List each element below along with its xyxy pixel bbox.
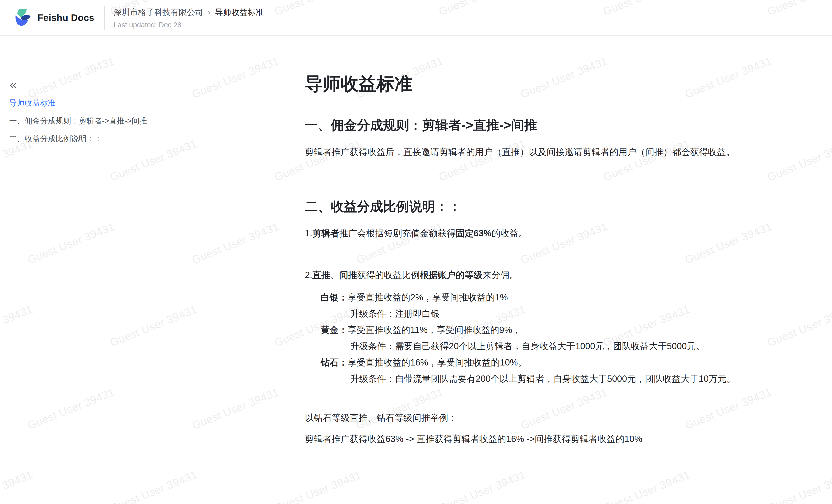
section2-heading: 二、收益分成比例说明：： <box>305 198 777 215</box>
app-header: Feishu Docs 深圳市格子科技有限公司 › 导师收益标准 Last up… <box>0 0 832 36</box>
list-marker: 1. <box>305 228 312 238</box>
level-name: 黄金： <box>321 325 347 335</box>
level-condition-row-1: 升级条件：注册即白银 <box>321 306 777 322</box>
breadcrumb-org-link[interactable]: 深圳市格子科技有限公司 <box>113 7 203 18</box>
feishu-logo-icon[interactable] <box>12 8 32 27</box>
outline-sidebar: « 导师收益标准一、佣金分成规则：剪辑者->直推->间推二、收益分成比例说明：： <box>0 36 305 504</box>
section1-heading: 一、佣金分成规则：剪辑者->直推->间推 <box>305 117 777 134</box>
brand-title: Feishu Docs <box>37 12 94 23</box>
level-name: 白银： <box>321 292 347 302</box>
section1-paragraph: 剪辑者推广获得收益后，直接邀请剪辑者的用户（直推）以及间接邀请剪辑者的用户（间推… <box>305 145 777 159</box>
example-line: 剪辑者推广获得收益63% -> 直推获得剪辑者收益的16% ->间推获得剪辑者收… <box>305 432 777 445</box>
document-body: 导师收益标准 一、佣金分成规则：剪辑者->直推->间推 剪辑者推广获得收益后，直… <box>305 36 832 504</box>
list-item-2: 2.直推、间推获得的收益比例根据账户的等级来分佣。 <box>305 269 777 281</box>
header-divider <box>104 6 105 30</box>
level-benefit: 享受直推收益的11%，享受间推收益的9%， <box>347 325 521 335</box>
level-benefit: 享受直推收益的2%，享受间推收益的1% <box>347 292 508 302</box>
sidebar-collapse-icon[interactable]: « <box>9 78 23 92</box>
level-list: 白银：享受直推收益的2%，享受间推收益的1%升级条件：注册即白银黄金：享受直推收… <box>305 289 777 387</box>
level-benefit-row-2: 黄金：享受直推收益的11%，享受间推收益的9%， <box>321 322 777 338</box>
outline-list: 导师收益标准一、佣金分成规则：剪辑者->直推->间推二、收益分成比例说明：： <box>9 99 297 143</box>
outline-item-2[interactable]: 一、佣金分成规则：剪辑者->直推->间推 <box>9 116 297 125</box>
doc-title: 导师收益标准 <box>305 72 777 95</box>
level-benefit-row-1: 白银：享受直推收益的2%，享受间推收益的1% <box>321 289 777 306</box>
level-name: 钻石： <box>321 357 347 367</box>
level-benefit-row-3: 钻石：享受直推收益的16%，享受间推收益的10%。 <box>321 354 777 370</box>
breadcrumb: 深圳市格子科技有限公司 › 导师收益标准 Last updated: Dec 2… <box>113 7 264 29</box>
outline-item-3[interactable]: 二、收益分成比例说明：： <box>9 134 297 143</box>
breadcrumb-separator-icon: › <box>208 7 211 17</box>
example-intro: 以钻石等级直推、钻石等级间推举例： <box>305 411 777 424</box>
list-item-1: 1.剪辑者推广会根据短剧充值金额获得固定63%的收益。 <box>305 227 777 240</box>
breadcrumb-current: 导师收益标准 <box>215 7 264 18</box>
level-condition-row-3: 升级条件：自带流量团队需要有200个以上剪辑者，自身收益大于5000元，团队收益… <box>321 370 777 387</box>
outline-item-1[interactable]: 导师收益标准 <box>9 99 297 107</box>
level-benefit: 享受直推收益的16%，享受间推收益的10%。 <box>347 357 527 367</box>
level-condition-row-2: 升级条件：需要自己获得20个以上剪辑者，自身收益大于1000元，团队收益大于50… <box>321 338 777 354</box>
list-marker: 2. <box>305 270 312 280</box>
last-updated-label: Last updated: Dec 28 <box>113 21 264 29</box>
